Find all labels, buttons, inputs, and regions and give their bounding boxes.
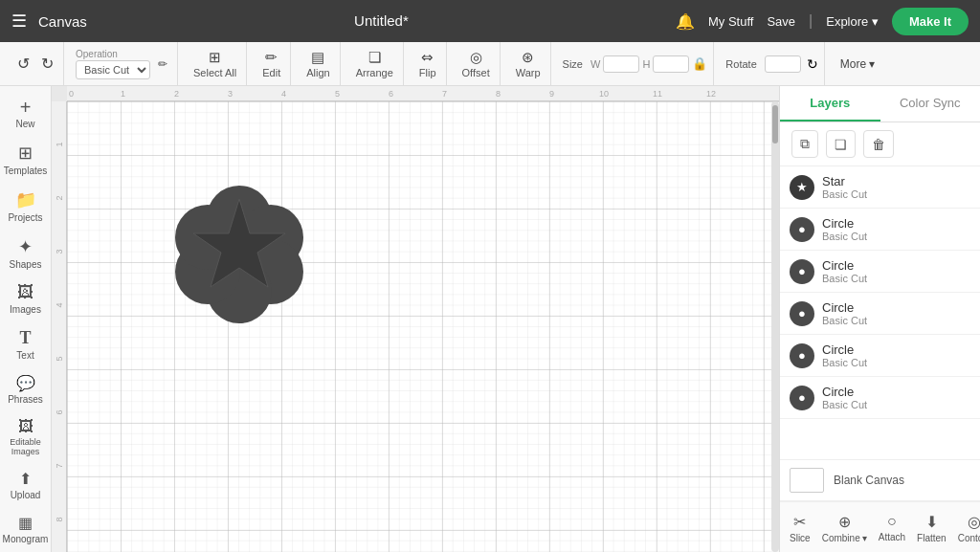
warp-icon: ⊛ bbox=[522, 49, 534, 66]
slice-icon: ✂ bbox=[793, 513, 806, 531]
blank-canvas-row[interactable]: Blank Canvas bbox=[780, 459, 980, 501]
operation-group: Operation Basic Cut ✏ bbox=[70, 42, 178, 85]
operation-select[interactable]: Basic Cut bbox=[76, 60, 150, 79]
sidebar-item-phrases[interactable]: 💬 Phrases bbox=[3, 368, 49, 410]
size-group: Size W H 🔒 bbox=[557, 42, 715, 85]
layer-thumb-circle: ● bbox=[790, 343, 814, 368]
editable-images-icon: 🖼 bbox=[18, 418, 33, 435]
phrases-icon: 💬 bbox=[16, 374, 35, 392]
arrange-button[interactable]: ❏ Arrange bbox=[352, 46, 397, 81]
scroll-thumb[interactable] bbox=[772, 105, 778, 144]
bottom-tools: ✂ Slice ⊕ Combine▾ ○ Attach ⬇ Flatten ◎ … bbox=[780, 501, 980, 552]
sidebar-item-upload[interactable]: ⬆ Upload bbox=[3, 464, 49, 506]
arrange-group: ❏ Arrange bbox=[346, 42, 404, 85]
select-all-group: ⊞ Select All bbox=[184, 42, 247, 85]
templates-icon: ⊞ bbox=[18, 143, 33, 164]
redo-button[interactable]: ↻ bbox=[37, 52, 57, 76]
sidebar-item-editable-images[interactable]: 🖼 Editable Images bbox=[3, 412, 49, 462]
more-group: More ▾ bbox=[831, 42, 885, 85]
page-title: Untitled* bbox=[354, 12, 409, 29]
height-input[interactable] bbox=[653, 55, 689, 73]
layer-thumb-circle: ● bbox=[790, 301, 814, 326]
height-label: H bbox=[642, 58, 650, 70]
layer-item[interactable]: ★ Star Basic Cut bbox=[780, 166, 980, 209]
tab-layers[interactable]: Layers bbox=[780, 86, 880, 121]
layer-copy-button[interactable]: ⧉ bbox=[791, 130, 818, 158]
combine-tool[interactable]: ⊕ Combine▾ bbox=[816, 510, 873, 546]
layer-duplicate-button[interactable]: ❏ bbox=[826, 130, 856, 158]
sidebar-item-images[interactable]: 🖼 Images bbox=[3, 277, 49, 320]
menu-icon[interactable]: ☰ bbox=[11, 11, 27, 32]
my-stuff-link[interactable]: My Stuff bbox=[708, 14, 753, 29]
attach-tool[interactable]: ○ Attach bbox=[873, 510, 911, 546]
edit-pen-button[interactable]: ✏ bbox=[154, 55, 171, 74]
upload-label: Upload bbox=[11, 490, 41, 500]
upload-icon: ⬆ bbox=[19, 470, 32, 488]
layer-info: Star Basic Cut bbox=[822, 174, 867, 200]
rotate-input[interactable] bbox=[765, 55, 801, 73]
left-sidebar: + New ⊞ Templates 📁 Projects ✦ Shapes 🖼 … bbox=[0, 86, 52, 552]
make-it-button[interactable]: Make It bbox=[892, 8, 969, 35]
contour-label: Contour bbox=[958, 533, 980, 543]
width-input[interactable] bbox=[603, 55, 639, 73]
toolbar: ↺ ↻ Operation Basic Cut ✏ ⊞ Select All ✏… bbox=[0, 42, 980, 86]
undo-button[interactable]: ↺ bbox=[13, 52, 33, 76]
canvas-grid[interactable] bbox=[67, 101, 779, 552]
rotate-group: Rotate ↻ bbox=[720, 42, 824, 85]
rotate-icon[interactable]: ↻ bbox=[807, 56, 818, 72]
align-button[interactable]: ▤ Align bbox=[302, 46, 333, 81]
contour-tool[interactable]: ◎ Contour bbox=[952, 510, 980, 546]
ruler-left: 1 2 3 4 5 6 7 8 bbox=[52, 101, 67, 552]
redo-icon: ↻ bbox=[41, 55, 54, 73]
flatten-tool[interactable]: ⬇ Flatten bbox=[911, 510, 952, 546]
slice-tool[interactable]: ✂ Slice bbox=[784, 510, 816, 546]
explore-button[interactable]: Explore ▾ bbox=[826, 14, 879, 29]
save-button[interactable]: Save bbox=[767, 14, 795, 29]
sidebar-item-text[interactable]: T Text bbox=[3, 322, 49, 366]
more-button[interactable]: More ▾ bbox=[836, 55, 880, 74]
edit-button[interactable]: ✏ Edit bbox=[258, 46, 284, 81]
edit-group: ✏ Edit bbox=[253, 42, 291, 85]
warp-button[interactable]: ⊛ Warp bbox=[512, 46, 545, 81]
phrases-label: Phrases bbox=[8, 394, 43, 405]
layer-item[interactable]: ● Circle Basic Cut bbox=[780, 377, 980, 419]
new-label: New bbox=[15, 119, 34, 129]
layer-info: Circle Basic Cut bbox=[822, 342, 867, 368]
arrange-icon: ❏ bbox=[368, 49, 381, 66]
attach-icon: ○ bbox=[887, 513, 897, 530]
flatten-icon: ⬇ bbox=[925, 513, 938, 531]
layer-thumb-circle: ● bbox=[790, 217, 814, 242]
header-right: 🔔 My Stuff Save | Explore ▾ Make It bbox=[676, 8, 969, 35]
lock-icon[interactable]: 🔒 bbox=[692, 56, 707, 71]
layer-item[interactable]: ● Circle Basic Cut bbox=[780, 335, 980, 377]
canvas-area[interactable]: 0 1 2 3 4 5 6 7 8 9 10 11 12 1 2 3 4 5 6… bbox=[52, 86, 779, 552]
sidebar-item-projects[interactable]: 📁 Projects bbox=[3, 184, 49, 229]
offset-button[interactable]: ◎ Offset bbox=[458, 46, 494, 81]
layer-item[interactable]: ● Circle Basic Cut bbox=[780, 209, 980, 251]
tab-color-sync[interactable]: Color Sync bbox=[880, 86, 981, 121]
ruler-top: 0 1 2 3 4 5 6 7 8 9 10 11 12 bbox=[67, 86, 779, 101]
editable-images-label: Editable Images bbox=[7, 437, 45, 456]
sidebar-item-monogram[interactable]: ▦ Monogram bbox=[3, 508, 49, 550]
canvas-scrollbar-vertical[interactable] bbox=[771, 101, 779, 552]
layer-delete-button[interactable]: 🗑 bbox=[863, 130, 894, 158]
flip-button[interactable]: ⇔ Flip bbox=[415, 46, 440, 81]
monogram-label: Monogram bbox=[3, 534, 49, 544]
flip-icon: ⇔ bbox=[421, 49, 434, 66]
sidebar-item-shapes[interactable]: ✦ Shapes bbox=[3, 231, 49, 276]
undo-icon: ↺ bbox=[17, 55, 30, 73]
templates-label: Templates bbox=[4, 166, 48, 176]
new-plus-icon: + bbox=[20, 98, 32, 117]
select-all-button[interactable]: ⊞ Select All bbox=[189, 46, 240, 81]
bell-icon[interactable]: 🔔 bbox=[676, 12, 695, 31]
layer-item[interactable]: ● Circle Basic Cut bbox=[780, 293, 980, 335]
layer-item[interactable]: ● Circle Basic Cut bbox=[780, 251, 980, 293]
shape-container[interactable] bbox=[163, 178, 316, 335]
sidebar-item-templates[interactable]: ⊞ Templates bbox=[3, 137, 49, 182]
right-panel: Layers Color Sync ⧉ ❏ 🗑 ★ Star Basic Cut… bbox=[779, 86, 980, 552]
sidebar-item-new[interactable]: + New bbox=[3, 92, 49, 135]
design-shape[interactable] bbox=[163, 178, 316, 331]
flip-group: ⇔ Flip bbox=[410, 42, 447, 85]
attach-label: Attach bbox=[879, 532, 905, 542]
layer-thumb-star: ★ bbox=[790, 175, 814, 200]
